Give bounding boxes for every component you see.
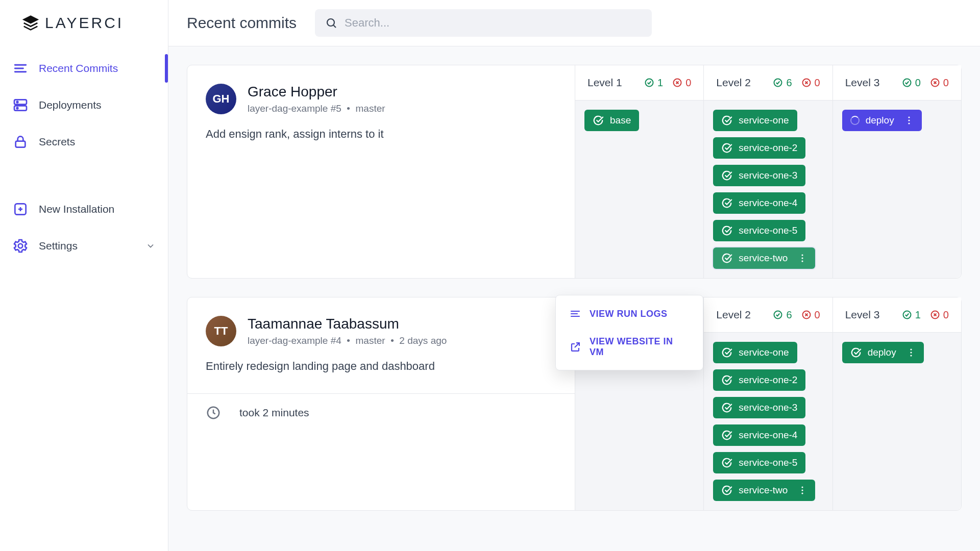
- avatar: TT: [206, 316, 236, 346]
- check-circle-icon: [721, 347, 732, 358]
- more-vertical-icon[interactable]: [906, 348, 916, 357]
- clock-icon: [206, 405, 221, 420]
- svg-point-24: [802, 257, 803, 259]
- popover-view-logs[interactable]: VIEW RUN LOGS: [556, 299, 703, 328]
- sidebar-nav: Recent Commits Deployments Secrets: [0, 46, 168, 268]
- sidebar-item-deployments[interactable]: Deployments: [0, 87, 168, 123]
- level-pass-count: 0: [902, 77, 921, 89]
- popover-item-label: VIEW WEBSITE IN VM: [590, 336, 690, 358]
- level-fail-count: 0: [930, 77, 949, 89]
- sidebar-item-secrets[interactable]: Secrets: [0, 123, 168, 160]
- svg-point-6: [17, 102, 18, 103]
- level-column: Level 3 0 0 deploy: [833, 65, 961, 278]
- svg-point-30: [908, 116, 910, 118]
- svg-rect-8: [16, 141, 26, 147]
- topbar: Recent commits: [168, 0, 980, 46]
- check-circle-icon: [850, 347, 862, 358]
- service-pill[interactable]: base: [584, 110, 639, 131]
- page-title: Recent commits: [187, 14, 297, 32]
- levels: Level 1 1 0 base Level 2 6 0 service-one…: [575, 65, 961, 278]
- brand-text: LAYERCI: [45, 14, 124, 32]
- check-circle-icon: [721, 253, 732, 264]
- check-circle-icon: [721, 142, 732, 154]
- level-name: Level 2: [716, 309, 751, 321]
- pass-icon: [773, 78, 783, 88]
- fail-icon: [672, 78, 682, 88]
- more-vertical-icon[interactable]: [904, 116, 914, 125]
- level-pass-count: 6: [773, 77, 792, 89]
- svg-point-32: [908, 122, 910, 124]
- service-pill[interactable]: deploy: [842, 342, 924, 363]
- level-body: base: [575, 101, 703, 140]
- duration-text: took 2 minutes: [239, 407, 309, 419]
- svg-point-44: [802, 492, 803, 494]
- pill-label: service-two: [739, 485, 788, 496]
- search-box[interactable]: [315, 9, 652, 37]
- check-circle-icon: [721, 485, 732, 496]
- commit-meta: layer-dag-example #5 • master: [248, 103, 385, 114]
- more-vertical-icon[interactable]: [798, 254, 807, 263]
- service-pill[interactable]: service-one: [713, 342, 797, 363]
- plus-square-icon: [12, 201, 29, 217]
- service-pill[interactable]: service-two: [713, 247, 815, 269]
- commit-card: GH Grace Hopper layer-dag-example #5 • m…: [187, 65, 962, 279]
- commit-author: Grace Hopper: [248, 84, 385, 100]
- level-name: Level 2: [716, 77, 751, 89]
- svg-point-31: [908, 119, 910, 121]
- level-fail-count: 0: [672, 77, 691, 89]
- service-pill[interactable]: service-one-3: [713, 165, 805, 186]
- level-header: Level 2 6 0: [704, 65, 832, 101]
- sidebar-item-label: Recent Commits: [39, 62, 118, 74]
- spinner-icon: [850, 116, 860, 125]
- commit-timing: took 2 minutes: [187, 393, 575, 432]
- service-pill[interactable]: service-one-2: [713, 137, 805, 159]
- more-vertical-icon[interactable]: [798, 486, 807, 495]
- pill-label: service-one-2: [739, 374, 797, 386]
- service-pill[interactable]: service-one: [713, 110, 797, 131]
- service-pill[interactable]: service-one-3: [713, 397, 805, 418]
- commit-info: TT Taamannae Taabassum layer-dag-example…: [187, 297, 575, 510]
- pill-label: service-one-4: [739, 430, 797, 441]
- list-icon: [12, 60, 29, 77]
- fail-icon: [930, 310, 940, 320]
- sidebar-item-new-installation[interactable]: New Installation: [0, 191, 168, 228]
- pill-label: service-one-3: [739, 402, 797, 413]
- lock-icon: [12, 134, 29, 150]
- check-circle-icon: [721, 374, 732, 386]
- service-pill[interactable]: service-one-4: [713, 424, 805, 446]
- service-pill[interactable]: service-one-5: [713, 452, 805, 473]
- check-circle-icon: [721, 225, 732, 236]
- level-pass-count: 1: [644, 77, 663, 89]
- commit-message: Add ensign rank, assign interns to it: [187, 124, 575, 161]
- svg-point-12: [18, 244, 23, 248]
- fail-icon: [801, 78, 812, 88]
- service-pill[interactable]: service-one-2: [713, 369, 805, 391]
- commit-message: Entirely redesign landing page and dashb…: [187, 357, 575, 393]
- service-pill[interactable]: service-two: [713, 480, 815, 501]
- level-name: Level 3: [845, 77, 880, 89]
- service-pill[interactable]: service-one-4: [713, 192, 805, 214]
- level-fail-count: 0: [930, 309, 949, 321]
- pill-label: service-one-3: [739, 170, 797, 181]
- sidebar-item-settings[interactable]: Settings: [0, 228, 168, 264]
- sidebar-item-label: Settings: [39, 240, 78, 252]
- search-input[interactable]: [345, 16, 642, 30]
- commit-info: GH Grace Hopper layer-dag-example #5 • m…: [187, 65, 575, 278]
- svg-point-25: [802, 260, 803, 262]
- service-pill[interactable]: deploy: [842, 110, 922, 131]
- main: Recent commits GH Grace Hopper layer-dag…: [168, 0, 980, 551]
- pass-icon: [644, 78, 654, 88]
- popover-item-label: VIEW RUN LOGS: [590, 309, 668, 319]
- check-circle-icon: [721, 457, 732, 468]
- pass-icon: [902, 310, 912, 320]
- level-fail-count: 0: [801, 77, 820, 89]
- service-pill[interactable]: service-one-5: [713, 220, 805, 241]
- svg-point-50: [910, 352, 912, 353]
- popover-view-website[interactable]: VIEW WEBSITE IN VM: [556, 328, 703, 366]
- avatar: GH: [206, 84, 236, 114]
- level-body: deploy: [833, 333, 961, 372]
- level-fail-count: 0: [801, 309, 820, 321]
- pass-icon: [773, 310, 783, 320]
- level-body: service-one service-one-2 service-one-3 …: [704, 101, 832, 278]
- sidebar-item-recent-commits[interactable]: Recent Commits: [0, 50, 168, 87]
